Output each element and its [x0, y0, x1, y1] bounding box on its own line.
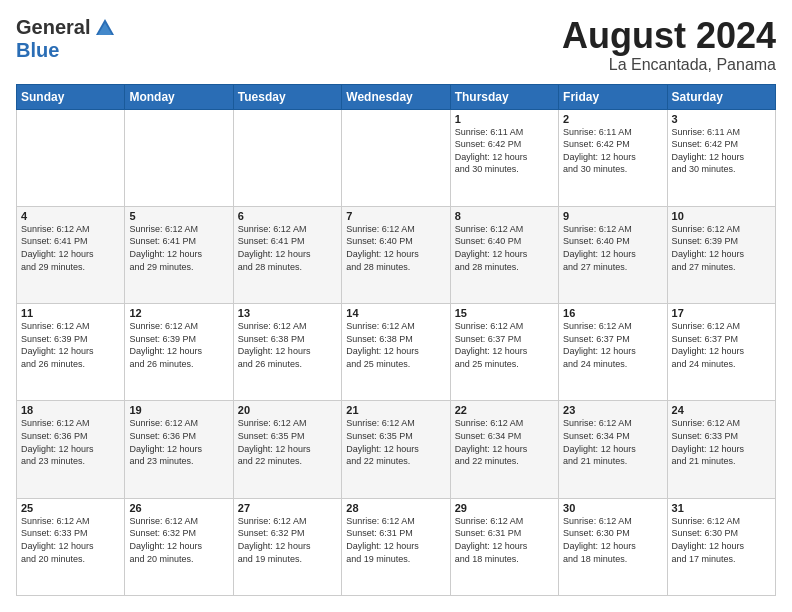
calendar-cell: 23Sunrise: 6:12 AM Sunset: 6:34 PM Dayli…: [559, 401, 667, 498]
day-number: 26: [129, 502, 228, 514]
day-info: Sunrise: 6:12 AM Sunset: 6:31 PM Dayligh…: [455, 515, 554, 565]
calendar-cell: 6Sunrise: 6:12 AM Sunset: 6:41 PM Daylig…: [233, 206, 341, 303]
day-number: 15: [455, 307, 554, 319]
day-info: Sunrise: 6:12 AM Sunset: 6:36 PM Dayligh…: [21, 417, 120, 467]
day-info: Sunrise: 6:11 AM Sunset: 6:42 PM Dayligh…: [455, 126, 554, 176]
calendar-week-2: 4Sunrise: 6:12 AM Sunset: 6:41 PM Daylig…: [17, 206, 776, 303]
calendar-cell: 3Sunrise: 6:11 AM Sunset: 6:42 PM Daylig…: [667, 109, 775, 206]
calendar-header-row: SundayMondayTuesdayWednesdayThursdayFrid…: [17, 84, 776, 109]
day-info: Sunrise: 6:12 AM Sunset: 6:32 PM Dayligh…: [238, 515, 337, 565]
calendar-cell: [233, 109, 341, 206]
day-info: Sunrise: 6:12 AM Sunset: 6:38 PM Dayligh…: [346, 320, 445, 370]
calendar-cell: 31Sunrise: 6:12 AM Sunset: 6:30 PM Dayli…: [667, 498, 775, 595]
day-info: Sunrise: 6:12 AM Sunset: 6:30 PM Dayligh…: [672, 515, 771, 565]
day-info: Sunrise: 6:12 AM Sunset: 6:37 PM Dayligh…: [455, 320, 554, 370]
calendar-cell: 29Sunrise: 6:12 AM Sunset: 6:31 PM Dayli…: [450, 498, 558, 595]
day-info: Sunrise: 6:12 AM Sunset: 6:39 PM Dayligh…: [21, 320, 120, 370]
day-number: 10: [672, 210, 771, 222]
day-info: Sunrise: 6:12 AM Sunset: 6:40 PM Dayligh…: [455, 223, 554, 273]
calendar-cell: 16Sunrise: 6:12 AM Sunset: 6:37 PM Dayli…: [559, 304, 667, 401]
day-number: 24: [672, 404, 771, 416]
day-info: Sunrise: 6:12 AM Sunset: 6:37 PM Dayligh…: [563, 320, 662, 370]
day-number: 4: [21, 210, 120, 222]
calendar-week-4: 18Sunrise: 6:12 AM Sunset: 6:36 PM Dayli…: [17, 401, 776, 498]
day-info: Sunrise: 6:11 AM Sunset: 6:42 PM Dayligh…: [563, 126, 662, 176]
logo: General Blue: [16, 16, 116, 62]
calendar-header-tuesday: Tuesday: [233, 84, 341, 109]
day-info: Sunrise: 6:12 AM Sunset: 6:39 PM Dayligh…: [129, 320, 228, 370]
day-info: Sunrise: 6:12 AM Sunset: 6:35 PM Dayligh…: [346, 417, 445, 467]
calendar-cell: 12Sunrise: 6:12 AM Sunset: 6:39 PM Dayli…: [125, 304, 233, 401]
day-info: Sunrise: 6:12 AM Sunset: 6:34 PM Dayligh…: [455, 417, 554, 467]
calendar-cell: 26Sunrise: 6:12 AM Sunset: 6:32 PM Dayli…: [125, 498, 233, 595]
day-number: 16: [563, 307, 662, 319]
day-number: 20: [238, 404, 337, 416]
day-number: 6: [238, 210, 337, 222]
day-info: Sunrise: 6:12 AM Sunset: 6:36 PM Dayligh…: [129, 417, 228, 467]
day-info: Sunrise: 6:12 AM Sunset: 6:39 PM Dayligh…: [672, 223, 771, 273]
day-info: Sunrise: 6:12 AM Sunset: 6:34 PM Dayligh…: [563, 417, 662, 467]
day-number: 12: [129, 307, 228, 319]
day-number: 14: [346, 307, 445, 319]
main-title: August 2024: [562, 16, 776, 56]
calendar-header-friday: Friday: [559, 84, 667, 109]
day-info: Sunrise: 6:12 AM Sunset: 6:31 PM Dayligh…: [346, 515, 445, 565]
calendar-cell: 22Sunrise: 6:12 AM Sunset: 6:34 PM Dayli…: [450, 401, 558, 498]
day-number: 23: [563, 404, 662, 416]
sub-title: La Encantada, Panama: [562, 56, 776, 74]
day-number: 31: [672, 502, 771, 514]
day-number: 17: [672, 307, 771, 319]
logo-general-text: General: [16, 16, 90, 39]
logo-icon: [94, 17, 116, 39]
day-info: Sunrise: 6:12 AM Sunset: 6:38 PM Dayligh…: [238, 320, 337, 370]
day-number: 21: [346, 404, 445, 416]
calendar-cell: [125, 109, 233, 206]
day-info: Sunrise: 6:12 AM Sunset: 6:35 PM Dayligh…: [238, 417, 337, 467]
day-number: 9: [563, 210, 662, 222]
day-number: 11: [21, 307, 120, 319]
day-info: Sunrise: 6:12 AM Sunset: 6:40 PM Dayligh…: [346, 223, 445, 273]
day-info: Sunrise: 6:12 AM Sunset: 6:30 PM Dayligh…: [563, 515, 662, 565]
logo-blue-text: Blue: [16, 39, 59, 62]
day-number: 3: [672, 113, 771, 125]
calendar-cell: [17, 109, 125, 206]
calendar-table: SundayMondayTuesdayWednesdayThursdayFrid…: [16, 84, 776, 596]
day-info: Sunrise: 6:12 AM Sunset: 6:41 PM Dayligh…: [129, 223, 228, 273]
day-info: Sunrise: 6:12 AM Sunset: 6:37 PM Dayligh…: [672, 320, 771, 370]
day-number: 30: [563, 502, 662, 514]
calendar-cell: 8Sunrise: 6:12 AM Sunset: 6:40 PM Daylig…: [450, 206, 558, 303]
day-number: 27: [238, 502, 337, 514]
day-info: Sunrise: 6:12 AM Sunset: 6:33 PM Dayligh…: [21, 515, 120, 565]
day-number: 22: [455, 404, 554, 416]
calendar-cell: 15Sunrise: 6:12 AM Sunset: 6:37 PM Dayli…: [450, 304, 558, 401]
calendar-header-wednesday: Wednesday: [342, 84, 450, 109]
calendar-cell: 25Sunrise: 6:12 AM Sunset: 6:33 PM Dayli…: [17, 498, 125, 595]
day-info: Sunrise: 6:11 AM Sunset: 6:42 PM Dayligh…: [672, 126, 771, 176]
calendar-cell: 4Sunrise: 6:12 AM Sunset: 6:41 PM Daylig…: [17, 206, 125, 303]
day-info: Sunrise: 6:12 AM Sunset: 6:32 PM Dayligh…: [129, 515, 228, 565]
day-number: 18: [21, 404, 120, 416]
day-number: 29: [455, 502, 554, 514]
calendar-header-monday: Monday: [125, 84, 233, 109]
calendar-cell: 27Sunrise: 6:12 AM Sunset: 6:32 PM Dayli…: [233, 498, 341, 595]
calendar-cell: 7Sunrise: 6:12 AM Sunset: 6:40 PM Daylig…: [342, 206, 450, 303]
day-info: Sunrise: 6:12 AM Sunset: 6:40 PM Dayligh…: [563, 223, 662, 273]
day-number: 25: [21, 502, 120, 514]
calendar-cell: 24Sunrise: 6:12 AM Sunset: 6:33 PM Dayli…: [667, 401, 775, 498]
calendar-header-sunday: Sunday: [17, 84, 125, 109]
calendar-cell: 10Sunrise: 6:12 AM Sunset: 6:39 PM Dayli…: [667, 206, 775, 303]
calendar-week-1: 1Sunrise: 6:11 AM Sunset: 6:42 PM Daylig…: [17, 109, 776, 206]
day-number: 13: [238, 307, 337, 319]
calendar-cell: 19Sunrise: 6:12 AM Sunset: 6:36 PM Dayli…: [125, 401, 233, 498]
day-info: Sunrise: 6:12 AM Sunset: 6:33 PM Dayligh…: [672, 417, 771, 467]
calendar-header-thursday: Thursday: [450, 84, 558, 109]
calendar-cell: 9Sunrise: 6:12 AM Sunset: 6:40 PM Daylig…: [559, 206, 667, 303]
day-number: 28: [346, 502, 445, 514]
calendar-cell: 28Sunrise: 6:12 AM Sunset: 6:31 PM Dayli…: [342, 498, 450, 595]
calendar-week-3: 11Sunrise: 6:12 AM Sunset: 6:39 PM Dayli…: [17, 304, 776, 401]
day-number: 7: [346, 210, 445, 222]
calendar-cell: 30Sunrise: 6:12 AM Sunset: 6:30 PM Dayli…: [559, 498, 667, 595]
day-number: 2: [563, 113, 662, 125]
calendar-cell: 2Sunrise: 6:11 AM Sunset: 6:42 PM Daylig…: [559, 109, 667, 206]
calendar-cell: [342, 109, 450, 206]
